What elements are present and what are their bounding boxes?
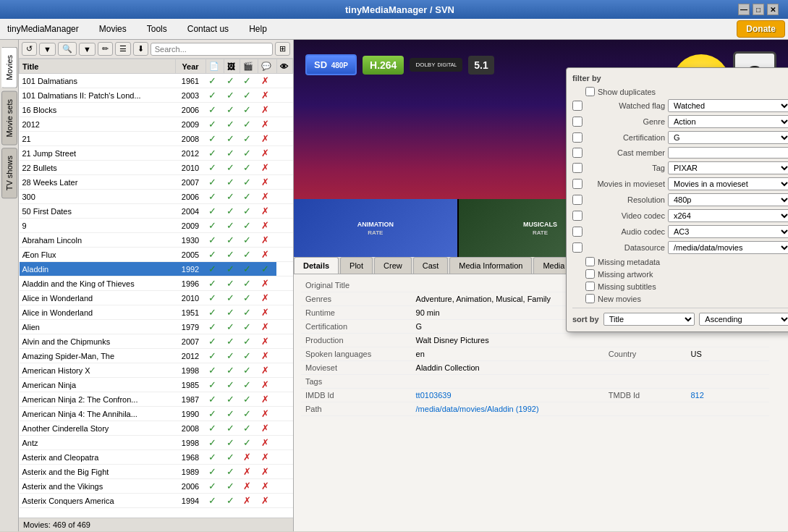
movie-row[interactable]: 101 Dalmatians 1961 ✓ ✓ ✓ ✗ [20,74,293,88]
tab-tvshows[interactable]: TV shows [1,148,17,198]
movie-row[interactable]: Abraham Lincoln 1930 ✓ ✓ ✓ ✗ [20,233,293,248]
movie-row[interactable]: Alice in Wonderland 2010 ✓ ✓ ✓ ✗ [20,291,293,305]
datasource-checkbox[interactable] [572,242,582,253]
movie-row[interactable]: Asterix and the Vikings 2006 ✓ ✓ ✗ ✗ [20,479,293,494]
watched-flag-select[interactable]: Watched [668,99,788,112]
tab-movies[interactable]: Movies [1,47,17,88]
movieset-select[interactable]: Movies in a movieset [668,177,788,190]
movie-row[interactable]: 28 Weeks Later 2007 ✓ ✓ ✓ ✗ [20,175,293,190]
col-header-year[interactable]: Year [175,59,206,74]
sort-order-select[interactable]: Ascending [699,313,788,326]
tag-checkbox[interactable] [572,163,582,173]
movie-row[interactable]: Aladdin 1992 ✓ ✓ ✓ ✓ [20,262,293,276]
path-link[interactable]: /media/data/movies/Aladdin (1992) [416,405,539,413]
movie-row[interactable]: Asterix and Cleopatra 1968 ✓ ✓ ✗ ✗ [20,450,293,465]
filter-button[interactable]: ⊞ [275,42,290,56]
movie-title: Alice in Wonderland [20,291,176,305]
movie-row[interactable]: 21 Jump Street 2012 ✓ ✓ ✓ ✗ [20,146,293,161]
resolution-checkbox[interactable] [572,195,582,205]
tab-plot[interactable]: Plot [340,257,373,274]
cast-member-row: Cast member [572,147,788,159]
list-button[interactable]: ☰ [115,42,131,56]
cast-member-input[interactable] [668,147,788,159]
movie-table-wrap[interactable]: Title Year 📄 🖼 🎬 💬 👁 101 Dalmatians 1961… [19,59,293,518]
minimize-button[interactable]: — [738,4,750,15]
movie-panel: ↺ ▼ 🔍 ▼ ✏ ☰ ⬇ ⊞ Title Year 📄 🖼 🎬 [19,40,294,531]
tab-crew[interactable]: Crew [374,257,412,274]
genre-select[interactable]: Action [668,115,788,128]
sort-by-select[interactable]: Title [603,313,695,326]
audio-codec-select[interactable]: AC3 [668,225,788,238]
video-codec-select[interactable]: x264 [668,209,788,222]
cast-member-checkbox[interactable] [572,148,582,158]
missing-artwork-checkbox[interactable] [585,269,595,279]
movie-row[interactable]: 50 First Dates 2004 ✓ ✓ ✓ ✗ [20,204,293,219]
movie-row[interactable]: Asterix Conquers America 1994 ✓ ✓ ✗ ✗ [20,494,293,508]
movie-row[interactable]: American Ninja 1985 ✓ ✓ ✓ ✗ [20,378,293,392]
watched-flag-checkbox[interactable] [572,101,582,111]
donate-button[interactable]: Donate [737,20,785,38]
genre-checkbox[interactable] [572,117,582,127]
movie-row[interactable]: Æon Flux 2005 ✓ ✓ ✓ ✗ [20,248,293,262]
movie-row[interactable]: Alvin and the Chipmunks 2007 ✓ ✓ ✓ ✗ [20,334,293,349]
audio-codec-checkbox[interactable] [572,227,582,237]
search-input[interactable] [151,43,273,56]
missing-metadata-checkbox[interactable] [585,257,595,266]
show-duplicates-checkbox[interactable] [585,87,595,96]
movie-row[interactable]: 2012 2009 ✓ ✓ ✓ ✗ [20,117,293,132]
certification-checkbox[interactable] [572,132,582,143]
movieset-checkbox[interactable] [572,179,582,189]
menu-item-contact[interactable]: Contact us [183,22,233,35]
movie-img: ✓ [224,233,240,248]
edit-button[interactable]: ✏ [98,42,113,56]
tmdb-link[interactable]: 812 [690,391,703,400]
menubar: tinyMediaManager Movies Tools Contact us… [0,19,788,40]
menu-item-movies[interactable]: Movies [95,22,131,35]
movie-row[interactable]: 300 2006 ✓ ✓ ✓ ✗ [20,190,293,204]
tag-select[interactable]: PIXAR [668,161,788,174]
search-dropdown-button[interactable]: ▼ [79,43,96,56]
menu-item-help[interactable]: Help [245,22,271,35]
tab-moviesets[interactable]: Movie sets [1,91,17,145]
movie-row[interactable]: 22 Bullets 2010 ✓ ✓ ✓ ✗ [20,161,293,175]
movie-sub: ✗ [258,479,276,494]
movie-row[interactable]: American Ninja 2: The Confron... 1987 ✓ … [20,392,293,407]
movie-row[interactable]: Asterix and the Big Fight 1989 ✓ ✓ ✗ ✗ [20,465,293,479]
close-button[interactable]: ✕ [767,4,779,15]
refresh-dropdown-button[interactable]: ▼ [39,43,56,56]
certification-select[interactable]: G [668,131,788,144]
movie-row[interactable]: Antz 1998 ✓ ✓ ✓ ✗ [20,436,293,450]
movie-trailer: ✗ [240,450,258,465]
datasource-select[interactable]: /media/data/movies [668,241,788,254]
movie-row[interactable]: American Ninja 4: The Annihila... 1990 ✓… [20,407,293,421]
movie-row[interactable]: 21 2008 ✓ ✓ ✓ ✗ [20,132,293,146]
missing-subtitles-checkbox[interactable] [585,282,595,291]
audio-codec-row: Audio codec AC3 [572,225,788,238]
restore-button[interactable]: □ [753,4,764,15]
movie-row[interactable]: Another Cinderella Story 2008 ✓ ✓ ✓ ✗ [20,421,293,436]
movie-img: ✓ [224,117,240,132]
menu-item-app[interactable]: tinyMediaManager [3,22,83,35]
menu-item-tools[interactable]: Tools [143,22,171,35]
tab-media-info[interactable]: Media Information [449,257,532,274]
tab-cast[interactable]: Cast [413,257,449,274]
movieset-label: Movies in movieset [585,180,665,188]
new-movies-checkbox[interactable] [585,294,595,303]
movie-row[interactable]: Amazing Spider-Man, The 2012 ✓ ✓ ✓ ✗ [20,349,293,363]
movie-trailer: ✗ [240,465,258,479]
tab-details[interactable]: Details [294,257,339,274]
imdb-link[interactable]: tt0103639 [416,391,452,400]
search-button[interactable]: 🔍 [58,42,77,56]
movie-row[interactable]: Alien 1979 ✓ ✓ ✓ ✗ [20,320,293,334]
video-codec-checkbox[interactable] [572,211,582,221]
movie-row[interactable]: American History X 1998 ✓ ✓ ✓ ✗ [20,363,293,378]
movie-row[interactable]: 16 Blocks 2006 ✓ ✓ ✓ ✗ [20,103,293,117]
movie-row[interactable]: Alice in Wonderland 1951 ✓ ✓ ✓ ✗ [20,305,293,320]
import-button[interactable]: ⬇ [133,42,148,56]
col-header-title[interactable]: Title [20,59,176,74]
movie-row[interactable]: Aladdin and the King of Thieves 1996 ✓ ✓… [20,276,293,291]
resolution-select[interactable]: 480p [668,193,788,206]
movie-row[interactable]: 9 2009 ✓ ✓ ✓ ✗ [20,219,293,233]
movie-row[interactable]: 101 Dalmatians II: Patch's Lond... 2003 … [20,88,293,103]
refresh-button[interactable]: ↺ [22,42,37,56]
